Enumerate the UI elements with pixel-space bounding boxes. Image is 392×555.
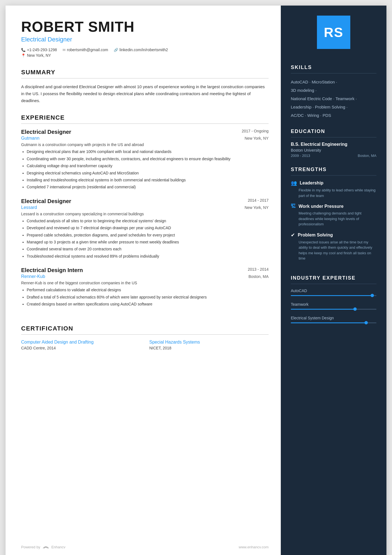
- location-item: 📍 New York, NY: [21, 53, 51, 58]
- bullet-item: Coordinated several teams of over 20 con…: [27, 246, 269, 252]
- exp-company-row-3: Renner-Kub Boston, MA: [21, 274, 269, 279]
- bullet-item: Installing and troubleshooting electrica…: [27, 177, 269, 183]
- bullet-item: Calculating voltage drop and transformer…: [27, 163, 269, 169]
- skills-text: AutoCAD · MicroStation · 3D modeling · N…: [291, 78, 376, 120]
- avatar-area: RS: [281, 6, 386, 59]
- exp-bullets-3: Performed calculations to validate all e…: [21, 287, 269, 307]
- exp-company-row-1: Gutmann New York, NY: [21, 136, 269, 141]
- summary-title: SUMMARY: [21, 69, 269, 76]
- summary-divider: [21, 78, 269, 78]
- expertise-label-2: Teamwork: [291, 302, 376, 307]
- resume: ROBERT SMITH Electrical Designer 📞 +1-24…: [6, 6, 386, 555]
- summary-section: SUMMARY A disciplined and goal-oriented …: [21, 69, 269, 104]
- edu-years-loc: 2009 - 2013 Boston, MA: [291, 154, 376, 158]
- industry-expertise-section: INDUSTRY EXPERTISE AutoCAD Teamwork: [281, 275, 386, 329]
- left-column: ROBERT SMITH Electrical Designer 📞 +1-24…: [6, 6, 281, 555]
- bullet-item: Managed up to 3 projects at a given time…: [27, 239, 269, 245]
- exp-item-3: Electrical Design Intern 2013 - 2014 Ren…: [21, 267, 269, 307]
- skills-line-5: AC/DC · Wiring · PDS: [291, 111, 376, 120]
- cert-name-2: Special Hazards Systems: [149, 340, 269, 345]
- exp-company-3: Renner-Kub: [21, 274, 45, 279]
- strengths-divider: [291, 175, 376, 176]
- skills-line-1: AutoCAD · MicroStation ·: [291, 78, 376, 86]
- exp-bullets-2: Conducted analysis of all sites to prior…: [21, 218, 269, 259]
- enhancv-logo-icon: [42, 544, 50, 549]
- cert-org-2: NICET, 2018: [149, 346, 269, 350]
- skills-divider: [291, 73, 376, 73]
- location-row: 📍 New York, NY: [21, 53, 269, 58]
- exp-dates-3: 2013 - 2014: [248, 267, 269, 272]
- exp-job-title-2: Electrical Designer: [21, 198, 71, 204]
- strength-header-1: 👥 Leadership: [291, 180, 376, 186]
- exp-header-3: Electrical Design Intern 2013 - 2014: [21, 267, 269, 273]
- strength-header-2: 🏗 Work under Pressure: [291, 203, 376, 209]
- email-icon: ✉: [63, 48, 66, 52]
- candidate-title: Electrical Designer: [21, 36, 269, 43]
- certification-divider: [21, 334, 269, 335]
- skills-line-4: Leadership · Problem Solving ·: [291, 103, 376, 111]
- cert-grid: Computer Aided Design and Drafting CADD …: [21, 340, 269, 350]
- strength-desc-3: Unexpected issues arise all the time but…: [291, 240, 376, 261]
- contact-row: 📞 +1-245-293-1298 ✉ robertsmith@gmail.co…: [21, 48, 269, 52]
- exp-desc-1: Gutmann is a construction company with p…: [21, 142, 269, 147]
- bullet-item: Created designs based on written specifi…: [27, 301, 269, 307]
- strength-icon-3: ✔: [291, 232, 295, 238]
- expertise-bar-3: [291, 322, 376, 323]
- bullet-item: Conducted analysis of all sites to prior…: [27, 218, 269, 224]
- strength-item-2: 🏗 Work under Pressure Meeting challengin…: [291, 203, 376, 227]
- footer-website: www.enhancv.com: [239, 545, 269, 549]
- strength-desc-1: Flexible in my ability to lead others wh…: [291, 188, 376, 198]
- location-icon: 📍: [21, 53, 26, 58]
- cert-item-1: Computer Aided Design and Drafting CADD …: [21, 340, 140, 350]
- cert-name-1: Computer Aided Design and Drafting: [21, 340, 140, 345]
- expertise-bar-dot-2: [353, 307, 357, 311]
- exp-job-title-1: Electrical Designer: [21, 129, 71, 135]
- bullet-item: Developed and reviewed up to 7 electrica…: [27, 225, 269, 231]
- exp-location-1: New York, NY: [245, 136, 269, 140]
- experience-section: EXPERIENCE Electrical Designer 2017 - On…: [21, 114, 269, 315]
- expertise-item-3: Electrical System Design: [291, 316, 376, 323]
- exp-dates-2: 2014 - 2017: [248, 198, 269, 203]
- strengths-title: STRENGTHS: [291, 167, 376, 172]
- bullet-item: Desgining electrical schematics using Au…: [27, 170, 269, 176]
- right-column: RS SKILLS AutoCAD · MicroStation · 3D mo…: [281, 6, 386, 555]
- linkedin-icon: 🔗: [114, 48, 118, 52]
- summary-text: A disciplined and goal-oriented Electric…: [21, 83, 269, 104]
- exp-job-title-3: Electrical Design Intern: [21, 267, 83, 273]
- industry-expertise-title: INDUSTRY EXPERTISE: [291, 275, 376, 281]
- exp-company-1: Gutmann: [21, 136, 39, 141]
- header: ROBERT SMITH Electrical Designer 📞 +1-24…: [21, 19, 269, 59]
- strength-header-3: ✔ Problem Solving: [291, 232, 376, 238]
- expertise-bar-1: [291, 295, 376, 296]
- strengths-section: STRENGTHS 👥 Leadership Flexible in my ab…: [281, 167, 386, 266]
- strength-item-3: ✔ Problem Solving Unexpected issues aris…: [291, 232, 376, 261]
- phone-number: +1-245-293-1298: [27, 48, 57, 52]
- email-address: robertsmith@gmail.com: [67, 48, 108, 52]
- enhancv-brand: Enhancv: [51, 545, 66, 549]
- skills-line-2: 3D modeling ·: [291, 86, 376, 95]
- industry-expertise-divider: [291, 284, 376, 284]
- bullet-item: Designing electrical plans that are 100%…: [27, 149, 269, 155]
- skills-title: SKILLS: [291, 65, 376, 70]
- exp-item-1: Electrical Designer 2017 - Ongoing Gutma…: [21, 129, 269, 190]
- left-footer: Powered by Enhancv www.enhancv.com: [21, 536, 269, 549]
- strength-name-1: Leadership: [300, 181, 323, 186]
- expertise-bar-fill-2: [291, 309, 355, 310]
- bullet-item: Coordinating with over 30 people, includ…: [27, 156, 269, 162]
- strength-item-1: 👥 Leadership Flexible in my ability to l…: [291, 180, 376, 198]
- exp-bullets-1: Designing electrical plans that are 100%…: [21, 149, 269, 190]
- email-item: ✉ robertsmith@gmail.com: [63, 48, 108, 52]
- linkedin-item: 🔗 linkedin.com/in/robertsmith2: [114, 48, 168, 52]
- exp-item-2: Electrical Designer 2014 - 2017 Lessard …: [21, 198, 269, 259]
- avatar: RS: [317, 16, 350, 49]
- education-divider: [291, 137, 376, 137]
- powered-by: Powered by Enhancv: [21, 544, 65, 549]
- expertise-bar-fill-3: [291, 322, 366, 323]
- edu-degree: B.S. Electrical Engineering: [291, 142, 376, 147]
- phone-icon: 📞: [21, 48, 26, 52]
- bullet-item: Completed 7 international projects (resi…: [27, 184, 269, 190]
- expertise-item-2: Teamwork: [291, 302, 376, 310]
- strength-icon-2: 🏗: [291, 203, 296, 209]
- strength-name-3: Problem Solving: [298, 233, 333, 238]
- expertise-bar-2: [291, 309, 376, 310]
